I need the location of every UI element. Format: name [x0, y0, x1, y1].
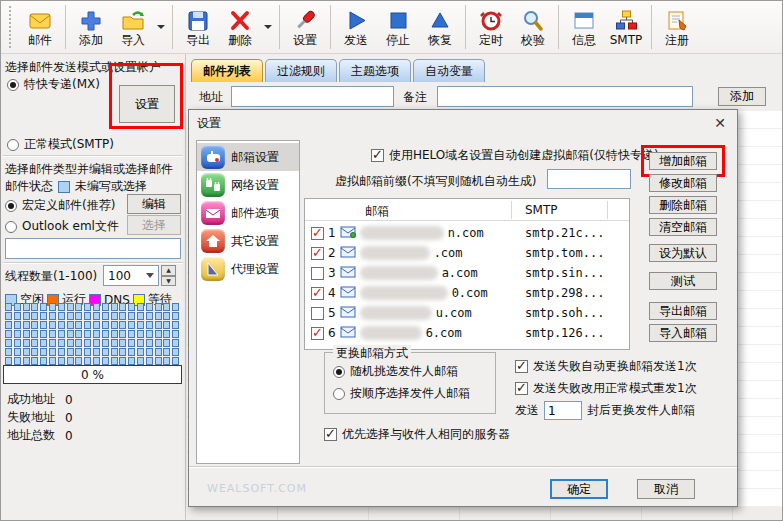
- thread-cell: [23, 303, 30, 311]
- switch-mode-groupbox: 更换邮箱方式 随机挑选发件人邮箱 按顺序选择发件人邮箱: [324, 352, 496, 414]
- thread-cell: [14, 339, 21, 347]
- sidebar-item-network-settings[interactable]: 网络设置: [197, 171, 299, 199]
- toolbar-timer-button[interactable]: 定时: [470, 2, 512, 52]
- note-label: 备注: [403, 89, 427, 106]
- toolbar-mail-button[interactable]: 邮件: [19, 2, 61, 52]
- prefix-input[interactable]: [547, 169, 631, 189]
- set-default-button[interactable]: 设为默认: [649, 244, 717, 262]
- thread-cell: [128, 312, 135, 320]
- modify-mailbox-button[interactable]: 修改邮箱: [649, 174, 717, 192]
- toolbar-add-button[interactable]: 添加: [70, 2, 112, 52]
- mailbox-row[interactable]: 5 u.com smtp.soh...: [305, 303, 629, 323]
- add-address-button[interactable]: 添加: [718, 87, 766, 106]
- thread-cell: [111, 339, 118, 347]
- row-checkbox[interactable]: [311, 247, 324, 260]
- add-mailbox-button[interactable]: 增加邮箱: [649, 152, 717, 170]
- send-per-input[interactable]: [544, 401, 582, 420]
- retry-normal-checkbox[interactable]: [515, 382, 528, 395]
- tab-auto-variables[interactable]: 自动变量: [413, 59, 485, 82]
- sidebar-item-mailbox-settings[interactable]: 邮箱设置: [197, 143, 299, 171]
- radio-express-mx[interactable]: 特快专递(MX): [7, 76, 100, 93]
- row-checkbox[interactable]: [311, 307, 324, 320]
- toolbar-resume-button[interactable]: 恢复: [419, 2, 461, 52]
- toolbar-stop-button[interactable]: 停止: [377, 2, 419, 52]
- ok-button[interactable]: 确定: [550, 479, 608, 499]
- retry-switch-checkbox-row[interactable]: 发送失败自动更换邮箱发送1次: [515, 358, 697, 375]
- envelope-icon: [340, 306, 356, 321]
- toolbar-grip[interactable]: [9, 6, 12, 48]
- toolbar-delete-button[interactable]: 删除: [219, 2, 261, 52]
- helo-checkbox[interactable]: [371, 149, 384, 162]
- edit-mail-button[interactable]: 编辑: [127, 194, 181, 214]
- sidebar-item-label: 代理设置: [231, 261, 279, 278]
- dialog-titlebar[interactable]: 设置 ✕: [189, 110, 737, 136]
- radio-normal-smtp[interactable]: 正常模式(SMTP): [7, 136, 114, 153]
- mailbox-row[interactable]: 4 0.com smtp.298...: [305, 283, 629, 303]
- toolbar-register-button[interactable]: 注册: [656, 2, 698, 52]
- radio-random-sender[interactable]: 随机挑选发件人邮箱: [333, 363, 458, 380]
- row-number: 4: [328, 286, 336, 300]
- thread-cell: [14, 321, 21, 329]
- choose-eml-button[interactable]: 选择: [127, 215, 181, 235]
- tab-filter-rules[interactable]: 过滤规则: [265, 59, 337, 82]
- radio-outlook-eml[interactable]: Outlook eml文件: [5, 218, 119, 235]
- stat-success-label: 成功地址: [7, 391, 55, 408]
- sidebar-item-mail-options[interactable]: 邮件选项: [197, 199, 299, 227]
- thread-cell: [23, 357, 30, 365]
- toolbar-send-label: 发送: [344, 34, 368, 47]
- toolbar-settings-button[interactable]: 设置: [284, 2, 326, 52]
- thread-cell: [5, 303, 12, 311]
- thread-cell: [49, 339, 56, 347]
- export-mailbox-button[interactable]: 导出邮箱: [649, 302, 717, 320]
- mailbox-row[interactable]: 3 a.com smtp.sin...: [305, 263, 629, 283]
- sidebar-item-proxy-settings[interactable]: 代理设置: [197, 255, 299, 283]
- mailbox-row[interactable]: 2 .com smtp.tom...: [305, 243, 629, 263]
- column-header-smtp[interactable]: SMTP: [525, 203, 558, 217]
- delete-dropdown-icon[interactable]: [264, 25, 272, 29]
- tab-mail-list[interactable]: 邮件列表: [191, 59, 263, 82]
- mailbox-row[interactable]: 1 n.com smtp.21c...: [305, 223, 629, 243]
- toolbar-send-button[interactable]: 发送: [335, 2, 377, 52]
- toolbar-import-button[interactable]: 导入: [112, 2, 154, 52]
- row-checkbox[interactable]: [311, 267, 324, 280]
- spin-up-icon[interactable]: ▲: [161, 265, 176, 276]
- toolbar-verify-button[interactable]: 校验: [512, 2, 554, 52]
- helo-checkbox-row[interactable]: 使用HELO域名设置自动创建虚拟邮箱(仅特快专递): [371, 147, 659, 164]
- prefer-server-checkbox-row[interactable]: 优先选择与收件人相同的服务器: [324, 426, 510, 443]
- test-button[interactable]: 测试: [649, 272, 717, 290]
- toolbar-info-button[interactable]: 信息: [563, 2, 605, 52]
- toolbar-smtp-button[interactable]: SMTP: [605, 2, 647, 52]
- retry-normal-checkbox-row[interactable]: 发送失败改用正常模式重发1次: [515, 380, 697, 397]
- radio-sequential-sender[interactable]: 按顺序选择发件人邮箱: [333, 385, 470, 402]
- note-input[interactable]: [437, 86, 693, 107]
- thread-cell: [49, 348, 56, 356]
- prefer-server-checkbox[interactable]: [324, 428, 337, 441]
- cancel-button[interactable]: 取消: [637, 479, 695, 499]
- column-header-mailbox[interactable]: 邮箱: [365, 203, 389, 220]
- thread-cell: [172, 348, 179, 356]
- mailbox-row[interactable]: 6 6.com smtp.126...: [305, 323, 629, 343]
- toolbar-export-button[interactable]: 导出: [177, 2, 219, 52]
- row-checkbox[interactable]: [311, 227, 324, 240]
- thread-cell: [67, 321, 74, 329]
- address-input[interactable]: [231, 86, 394, 107]
- close-icon[interactable]: ✕: [711, 114, 729, 132]
- radio-macro-mail[interactable]: 宏定义邮件(推荐): [5, 197, 115, 214]
- thread-count-combobox[interactable]: 100: [103, 265, 159, 286]
- sidebar-item-other-settings[interactable]: 其它设置: [197, 227, 299, 255]
- thread-cell: [102, 321, 109, 329]
- account-settings-button[interactable]: 设置: [119, 85, 175, 123]
- redacted-email: [360, 286, 448, 300]
- thread-count-stepper[interactable]: ▲ ▼: [161, 265, 176, 286]
- tab-subject-options[interactable]: 主题选项: [339, 59, 411, 82]
- import-mailbox-button[interactable]: 导入邮箱: [649, 324, 717, 342]
- retry-switch-checkbox[interactable]: [515, 360, 528, 373]
- spin-down-icon[interactable]: ▼: [161, 276, 176, 287]
- delete-mailbox-button[interactable]: 删除邮箱: [649, 196, 717, 214]
- thread-cell: [163, 330, 170, 338]
- row-checkbox[interactable]: [311, 327, 324, 340]
- eml-file-input[interactable]: [5, 238, 181, 259]
- row-checkbox[interactable]: [311, 287, 324, 300]
- import-dropdown-icon[interactable]: [157, 25, 165, 29]
- clear-mailbox-button[interactable]: 清空邮箱: [649, 218, 717, 236]
